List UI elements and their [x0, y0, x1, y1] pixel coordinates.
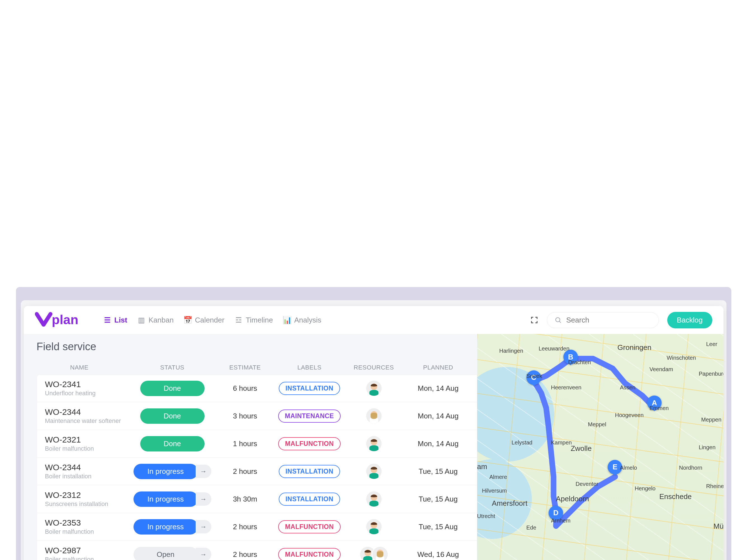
status-pill[interactable]: In progress — [133, 464, 198, 479]
resource-avatars — [365, 407, 382, 424]
avatar — [365, 407, 382, 424]
view-timeline[interactable]: ☲Timeline — [235, 316, 273, 324]
status-advance-icon[interactable]: → — [196, 492, 211, 506]
map-city-label: am — [477, 462, 487, 471]
table-row[interactable]: WO-2344 Boiler installation In progress … — [37, 458, 477, 485]
map-city-label: Zwolle — [571, 444, 592, 453]
route-panel: ABCDEHarlingenLeeuwardenDrachtenGroninge… — [477, 334, 723, 560]
map-city-label: Nordhorn — [679, 464, 702, 471]
table-row[interactable]: WO-2321 Boiler malfunction Done 1 hours … — [37, 430, 477, 458]
label-pill: INSTALLATION — [279, 465, 340, 478]
table-row[interactable]: WO-2353 Boiler malfunction In progress →… — [37, 513, 477, 541]
wo-desc: Underfloor heating — [45, 390, 96, 397]
estimate: 2 hours — [233, 523, 257, 531]
col-planned: PLANNED — [403, 364, 473, 371]
col-resources: RESOURCES — [344, 364, 403, 371]
timeline-icon: ☲ — [235, 316, 243, 324]
calendar-icon: 📅 — [184, 316, 192, 324]
avatar — [365, 518, 382, 535]
table-row[interactable]: WO-2312 Sunscreens installation In progr… — [37, 485, 477, 513]
wo-desc: Maintenance water softener — [45, 417, 121, 425]
map-city-label: Amersfoort — [492, 499, 527, 508]
map-city-label: Hengelo — [635, 485, 656, 492]
estimate: 2 hours — [233, 467, 257, 476]
map-city-label: Sneek — [526, 373, 542, 379]
status-pill[interactable]: In progress — [133, 519, 198, 535]
work-order-panel: Field service NAME STATUS ESTIMATE LABEL… — [24, 334, 477, 560]
avatar — [365, 380, 382, 397]
map-city-label: Hilversum — [482, 487, 507, 494]
status-pill[interactable]: Done — [140, 381, 205, 396]
label-pill: INSTALLATION — [279, 492, 340, 506]
col-status: STATUS — [129, 364, 216, 371]
map-city-label: Kampen — [551, 439, 572, 446]
map-city-label: Deventer — [576, 481, 598, 487]
status-pill[interactable]: In progress — [133, 491, 198, 507]
status-pill[interactable]: Done — [140, 408, 205, 424]
map-city-label: Drachten — [568, 359, 591, 366]
table-row[interactable]: WO-2341 Underfloor heating Done 6 hours … — [37, 375, 477, 402]
view-analysis[interactable]: 📊Analysis — [283, 316, 321, 324]
topbar: plan ☰List ▥Kanban 📅Calender ☲Timeline 📊… — [24, 306, 723, 334]
table-row[interactable]: WO-2987 Boiler malfunction Open → 2 hour… — [37, 541, 477, 560]
map-city-label: Papenburg — [699, 371, 723, 377]
app-window: plan ☰List ▥Kanban 📅Calender ☲Timeline 📊… — [24, 306, 723, 560]
status-advance-icon[interactable]: → — [196, 548, 211, 560]
backlog-button[interactable]: Backlog — [667, 312, 712, 328]
route-map[interactable]: ABCDEHarlingenLeeuwardenDrachtenGroninge… — [477, 334, 723, 560]
map-city-label: Utrecht — [477, 513, 495, 519]
status-advance-icon[interactable]: → — [196, 520, 211, 533]
planned-date: Wed, 16 Aug — [417, 550, 459, 559]
view-list[interactable]: ☰List — [103, 316, 127, 324]
status-pill[interactable]: Open — [133, 547, 198, 560]
map-city-label: Groningen — [617, 343, 651, 352]
work-order-table: WO-2341 Underfloor heating Done 6 hours … — [37, 375, 477, 560]
map-city-label: Hoogeveen — [615, 412, 643, 419]
planned-date: Mon, 14 Aug — [418, 384, 459, 393]
avatar — [365, 435, 382, 452]
kanban-icon: ▥ — [137, 316, 146, 324]
resource-avatars — [365, 463, 382, 480]
estimate: 6 hours — [233, 384, 257, 393]
analysis-icon: 📊 — [283, 316, 291, 324]
resource-avatars — [365, 490, 382, 507]
search-box[interactable] — [547, 312, 659, 328]
avatar — [372, 546, 388, 560]
map-city-label: Harlingen — [499, 348, 523, 354]
map-city-label: Almere — [490, 474, 507, 480]
planned-date: Tue, 15 Aug — [419, 523, 458, 531]
wo-desc: Boiler installation — [45, 473, 92, 480]
table-row[interactable]: WO-2344 Maintenance water softener Done … — [37, 402, 477, 430]
wo-id: WO-2344 — [45, 463, 81, 472]
map-city-label: Leeuwarden — [539, 345, 570, 352]
wo-desc: Boiler malfunction — [45, 556, 94, 560]
resource-avatars — [359, 546, 388, 560]
status-advance-icon[interactable]: → — [196, 464, 211, 478]
resource-avatars — [365, 518, 382, 535]
map-city-label: Assen — [620, 384, 636, 391]
wo-id: WO-2344 — [45, 407, 81, 417]
map-city-label: Apeldoorn — [556, 495, 589, 503]
planned-date: Mon, 14 Aug — [418, 439, 459, 448]
view-calendar[interactable]: 📅Calender — [184, 316, 225, 324]
estimate: 1 hours — [233, 439, 257, 448]
estimate: 3h 30m — [233, 495, 257, 504]
label-pill: MALFUNCTION — [278, 520, 340, 533]
planned-date: Mon, 14 Aug — [418, 412, 459, 420]
fullscreen-icon[interactable] — [530, 316, 539, 324]
view-kanban[interactable]: ▥Kanban — [137, 316, 174, 324]
status-pill[interactable]: Done — [140, 436, 205, 451]
wo-id: WO-2353 — [45, 518, 81, 528]
list-icon: ☰ — [103, 316, 112, 324]
map-city-label: Rheine — [706, 483, 723, 489]
map-city-label: Enschede — [660, 492, 692, 501]
map-city-label: Meppel — [588, 421, 607, 428]
planned-date: Tue, 15 Aug — [419, 467, 458, 476]
search-input[interactable] — [566, 316, 657, 324]
map-city-label: Arnhem — [551, 517, 571, 524]
wo-desc: Sunscreens installation — [45, 500, 108, 508]
estimate: 2 hours — [233, 550, 257, 559]
svg-point-1 — [556, 318, 560, 322]
label-pill: INSTALLATION — [279, 382, 340, 395]
search-icon — [555, 316, 562, 324]
